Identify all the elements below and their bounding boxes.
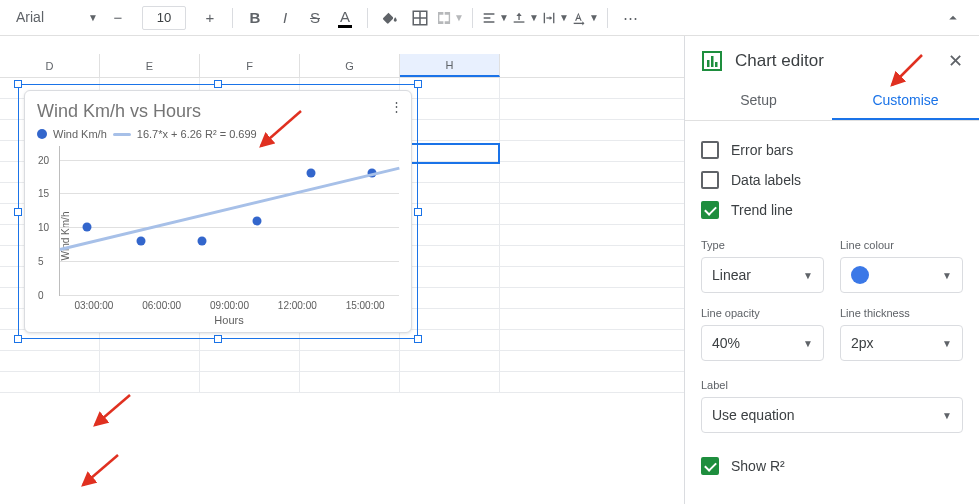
chevron-down-icon: ▼ (942, 270, 952, 281)
data-point (83, 223, 92, 232)
legend-marker-icon (37, 129, 47, 139)
legend-trend-label: 16.7*x + 6.26 R² = 0.699 (137, 128, 257, 140)
column-header[interactable]: D (0, 54, 100, 77)
x-tick-label: 09:00:00 (210, 300, 249, 311)
y-tick-label: 5 (38, 256, 44, 267)
font-family-value: Arial (16, 9, 44, 25)
label-line-colour: Line colour (840, 239, 963, 251)
line-thickness-value: 2px (851, 335, 874, 351)
horizontal-align-button[interactable]: ▼ (481, 4, 509, 32)
font-size-value: 10 (157, 10, 171, 25)
label-type: Type (701, 239, 824, 251)
label-show-r2: Show R² (731, 458, 785, 474)
chart-title: Wind Km/h vs Hours (37, 101, 399, 122)
resize-handle[interactable] (214, 335, 222, 343)
svg-rect-4 (715, 62, 718, 67)
resize-handle[interactable] (214, 80, 222, 88)
x-axis-label: Hours (59, 314, 399, 326)
merge-cells-button[interactable]: ▼ (436, 4, 464, 32)
chart-editor-panel: Chart editor ✕ Setup Customise Error bar… (684, 36, 979, 504)
resize-handle[interactable] (414, 335, 422, 343)
select-line-opacity[interactable]: 40%▼ (701, 325, 824, 361)
legend-series-label: Wind Km/h (53, 128, 107, 140)
font-family-select[interactable]: Arial▼ (12, 5, 102, 31)
trend-type-value: Linear (712, 267, 751, 283)
colour-swatch-icon (851, 266, 869, 284)
checkbox-data-labels[interactable] (701, 171, 719, 189)
chart-menu-button[interactable]: ⋮ (390, 99, 403, 114)
resize-handle[interactable] (14, 80, 22, 88)
x-tick-label: 15:00:00 (346, 300, 385, 311)
data-point (252, 216, 261, 225)
column-header[interactable]: G (300, 54, 400, 77)
editor-tabs: Setup Customise (685, 82, 979, 121)
chart-icon (701, 50, 723, 72)
data-point (306, 169, 315, 178)
y-tick-label: 15 (38, 188, 49, 199)
fill-color-button[interactable] (376, 4, 404, 32)
resize-handle[interactable] (14, 335, 22, 343)
select-line-thickness[interactable]: 2px▼ (840, 325, 963, 361)
vertical-align-button[interactable]: ▼ (511, 4, 539, 32)
data-point (198, 236, 207, 245)
text-wrap-button[interactable]: ▼ (541, 4, 569, 32)
column-header[interactable]: E (100, 54, 200, 77)
resize-handle[interactable] (14, 208, 22, 216)
y-tick-label: 20 (38, 154, 49, 165)
legend-trend-icon (113, 133, 131, 136)
panel-body: Error bars Data labels Trend line Type L… (685, 121, 979, 504)
resize-handle[interactable] (414, 208, 422, 216)
text-color-button[interactable]: A (331, 4, 359, 32)
tab-customise[interactable]: Customise (832, 82, 979, 120)
spreadsheet-area[interactable]: D E F G H (0, 36, 684, 504)
checkbox-trend-line[interactable] (701, 201, 719, 219)
column-header[interactable]: H (400, 54, 500, 77)
text-rotation-button[interactable]: ▼ (571, 4, 599, 32)
column-header[interactable]: F (200, 54, 300, 77)
chevron-down-icon: ▼ (942, 410, 952, 421)
label-error-bars: Error bars (731, 142, 793, 158)
panel-header: Chart editor ✕ (685, 36, 979, 82)
font-size-decrease[interactable]: − (104, 4, 132, 32)
font-size-increase[interactable]: + (196, 4, 224, 32)
trend-label-value: Use equation (712, 407, 795, 423)
toolbar: Arial▼ − 10 + B I S A ▼ ▼ ▼ ▼ ▼ ⋯ (0, 0, 979, 36)
data-point (137, 236, 146, 245)
italic-button[interactable]: I (271, 4, 299, 32)
label-trend-line: Trend line (731, 202, 793, 218)
font-size-input[interactable]: 10 (142, 6, 186, 30)
label-line-opacity: Line opacity (701, 307, 824, 319)
svg-rect-2 (707, 60, 710, 67)
more-tools-button[interactable]: ⋯ (616, 4, 644, 32)
tab-setup[interactable]: Setup (685, 82, 832, 120)
select-trend-type[interactable]: Linear▼ (701, 257, 824, 293)
checkbox-error-bars[interactable] (701, 141, 719, 159)
chevron-down-icon: ▼ (942, 338, 952, 349)
column-headers: D E F G H (0, 54, 684, 78)
chart-object[interactable]: ⋮ Wind Km/h vs Hours Wind Km/h 16.7*x + … (18, 84, 418, 339)
chart-plot-area: 0510152003:00:0006:00:0009:00:0012:00:00… (59, 146, 399, 296)
label-label: Label (701, 379, 963, 391)
y-tick-label: 0 (38, 290, 44, 301)
y-tick-label: 10 (38, 222, 49, 233)
chart-legend: Wind Km/h 16.7*x + 6.26 R² = 0.699 (37, 128, 399, 140)
x-tick-label: 03:00:00 (74, 300, 113, 311)
x-tick-label: 12:00:00 (278, 300, 317, 311)
label-line-thickness: Line thickness (840, 307, 963, 319)
resize-handle[interactable] (414, 80, 422, 88)
checkbox-show-r2[interactable] (701, 457, 719, 475)
select-trend-label[interactable]: Use equation▼ (701, 397, 963, 433)
select-line-colour[interactable]: ▼ (840, 257, 963, 293)
collapse-toolbar-button[interactable] (939, 4, 967, 32)
chevron-down-icon: ▼ (803, 338, 813, 349)
close-icon[interactable]: ✕ (948, 50, 963, 72)
label-data-labels: Data labels (731, 172, 801, 188)
separator (607, 8, 608, 28)
bold-button[interactable]: B (241, 4, 269, 32)
panel-title: Chart editor (735, 51, 824, 71)
strikethrough-button[interactable]: S (301, 4, 329, 32)
svg-rect-3 (711, 56, 714, 67)
x-tick-label: 06:00:00 (142, 300, 181, 311)
chevron-down-icon: ▼ (88, 12, 98, 23)
borders-button[interactable] (406, 4, 434, 32)
